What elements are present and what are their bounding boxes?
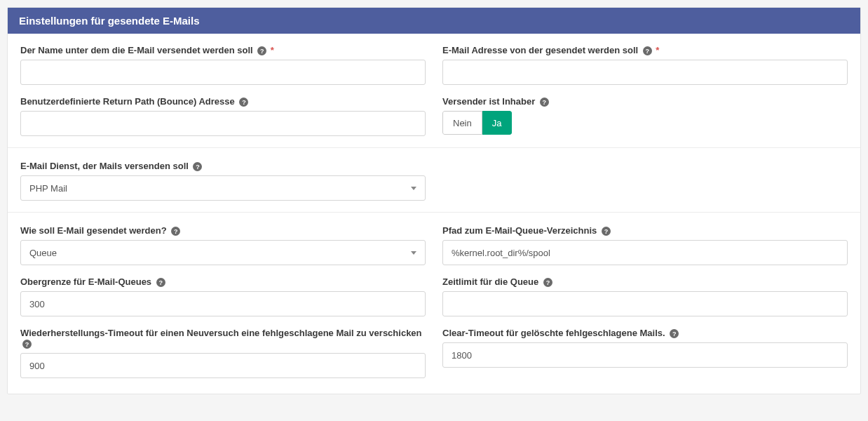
panel-body: Der Name unter dem die E-Mail versendet … [8,34,860,394]
mailer-select[interactable]: PHP Mail [20,175,426,201]
return-path-label: Benutzerdefinierte Return Path (Bounce) … [20,96,426,107]
divider [8,212,860,213]
help-icon[interactable]: ? [171,227,180,236]
label-text: Benutzerdefinierte Return Path (Bounce) … [20,96,235,107]
help-icon[interactable]: ? [22,340,32,349]
help-icon[interactable]: ? [602,227,611,236]
is-owner-yes-button[interactable]: Ja [482,111,513,135]
select-value: PHP Mail [29,183,67,194]
queue-time-input[interactable] [442,291,848,316]
label-text: Clear-Timeout für gelöschte fehlgeschlag… [442,328,665,338]
help-icon[interactable]: ? [257,46,266,55]
queue-limit-label: Obergrenze für E-Mail-Queues ? [20,276,426,287]
help-icon[interactable]: ? [193,162,202,171]
from-name-input[interactable] [20,60,426,85]
mailer-label: E-Mail Dienst, der Mails versenden soll … [20,161,426,171]
required-indicator: * [271,45,274,55]
label-text: Versender ist Inhaber [442,96,535,107]
panel-title: Einstellungen für gesendete E-Mails [8,8,860,34]
return-path-input[interactable] [20,111,426,136]
help-icon[interactable]: ? [670,329,679,338]
help-icon[interactable]: ? [543,278,552,287]
recover-timeout-input[interactable] [20,353,426,378]
divider [8,147,860,148]
label-text: Obergrenze für E-Mail-Queues [20,276,151,287]
help-icon[interactable]: ? [540,98,549,107]
queue-path-label: Pfad zum E-Mail-Queue-Verzeichnis ? [442,225,848,236]
from-email-label: E-Mail Adresse von der gesendet werden s… [442,45,848,55]
label-text: E-Mail Adresse von der gesendet werden s… [442,45,638,55]
is-owner-toggle: Nein Ja [442,111,512,135]
is-owner-no-button[interactable]: Nein [442,111,482,135]
help-icon[interactable]: ? [643,46,652,55]
clear-timeout-input[interactable] [442,342,848,368]
settings-panel: Einstellungen für gesendete E-Mails Der … [7,7,861,394]
clear-timeout-label: Clear-Timeout für gelöschte fehlgeschlag… [442,328,848,338]
send-mode-select[interactable]: Queue [20,240,426,265]
is-owner-label: Versender ist Inhaber ? [442,96,848,107]
from-email-input[interactable] [442,60,848,85]
label-text: E-Mail Dienst, der Mails versenden soll [20,161,189,171]
recover-timeout-label: Wiederherstellungs-Timeout für einen Neu… [20,328,426,349]
label-text: Pfad zum E-Mail-Queue-Verzeichnis [442,225,597,236]
from-name-label: Der Name unter dem die E-Mail versendet … [20,45,426,55]
send-mode-label: Wie soll E-Mail gesendet werden? ? [20,225,426,236]
select-value: Queue [29,248,57,258]
label-text: Wie soll E-Mail gesendet werden? [20,225,167,236]
queue-limit-input[interactable] [20,291,426,316]
label-text: Wiederherstellungs-Timeout für einen Neu… [20,328,422,338]
help-icon[interactable]: ? [239,98,248,107]
required-indicator: * [656,45,659,55]
label-text: Der Name unter dem die E-Mail versendet … [20,45,253,55]
queue-path-input[interactable] [442,240,848,265]
help-icon[interactable]: ? [156,278,165,287]
label-text: Zeitlimit für die Queue [442,276,538,287]
queue-time-label: Zeitlimit für die Queue ? [442,276,848,287]
